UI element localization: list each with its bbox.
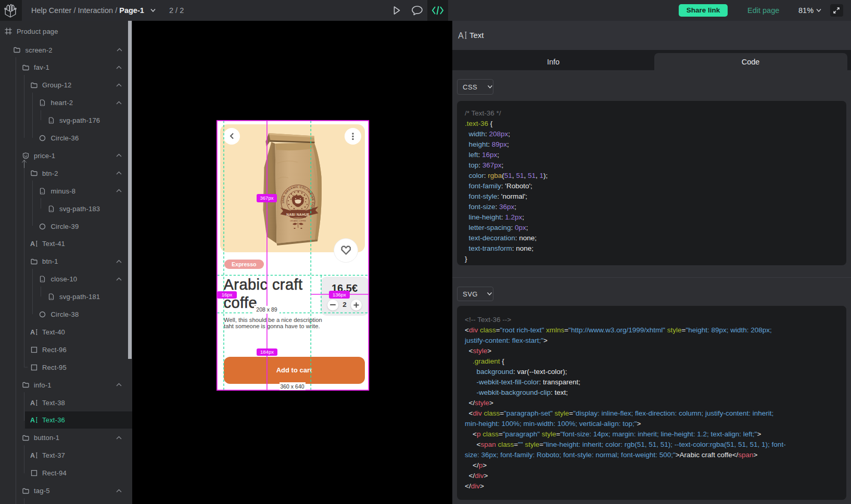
svg-text:A: A [30, 240, 35, 247]
svg-text:A: A [30, 417, 35, 423]
svg-text:A: A [458, 31, 464, 40]
svg-text:A: A [30, 329, 35, 335]
svg-text:A: A [30, 399, 35, 406]
svg-text:A: A [30, 452, 35, 459]
